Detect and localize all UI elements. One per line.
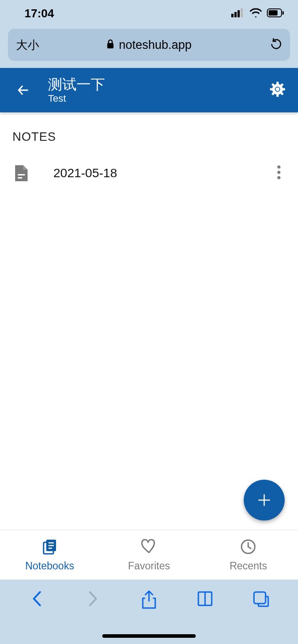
home-indicator[interactable] bbox=[102, 634, 196, 638]
svg-rect-21 bbox=[18, 177, 22, 179]
svg-rect-1 bbox=[234, 12, 237, 17]
battery-icon bbox=[267, 7, 285, 20]
svg-point-22 bbox=[278, 166, 281, 169]
header-titles: 测试一下 Test bbox=[48, 76, 105, 104]
svg-rect-27 bbox=[48, 542, 54, 544]
status-bar: 17:04 bbox=[0, 0, 298, 27]
browser-chrome: 大小 noteshub.app bbox=[0, 27, 298, 68]
browser-back-button[interactable] bbox=[26, 590, 48, 607]
nav-label: Favorites bbox=[128, 560, 170, 572]
nav-label: Notebooks bbox=[25, 560, 74, 572]
nav-favorites[interactable]: Favorites bbox=[99, 530, 198, 580]
url-display[interactable]: noteshub.app bbox=[106, 38, 192, 52]
plus-icon bbox=[257, 493, 271, 507]
svg-rect-6 bbox=[282, 11, 284, 15]
note-title: 2021-05-18 bbox=[53, 166, 272, 180]
nav-recents[interactable]: Recents bbox=[199, 530, 298, 580]
app-header: 测试一下 Test bbox=[0, 68, 298, 112]
wifi-icon bbox=[249, 7, 262, 20]
svg-point-23 bbox=[278, 171, 281, 174]
lock-icon bbox=[106, 38, 114, 52]
svg-point-19 bbox=[276, 87, 279, 91]
safari-toolbar bbox=[0, 580, 298, 644]
svg-point-24 bbox=[278, 176, 281, 179]
svg-rect-31 bbox=[254, 592, 266, 604]
svg-rect-0 bbox=[231, 14, 234, 17]
nav-label: Recents bbox=[230, 560, 267, 572]
status-indicators bbox=[231, 7, 285, 20]
clock-icon bbox=[239, 538, 257, 557]
tabs-button[interactable] bbox=[250, 590, 272, 608]
font-size-button[interactable]: 大小 bbox=[16, 37, 39, 53]
url-text: noteshub.app bbox=[119, 38, 192, 52]
back-button[interactable] bbox=[12, 83, 35, 98]
page-subtitle: Test bbox=[48, 93, 105, 104]
svg-rect-7 bbox=[107, 43, 113, 48]
svg-rect-2 bbox=[238, 10, 240, 17]
main-content: NOTES 2021-05-18 bbox=[0, 112, 298, 194]
section-header: NOTES bbox=[0, 130, 298, 153]
more-button[interactable] bbox=[272, 160, 286, 186]
svg-rect-29 bbox=[48, 548, 52, 549]
heart-icon bbox=[140, 538, 158, 557]
cellular-icon bbox=[231, 7, 245, 20]
page-title: 测试一下 bbox=[48, 76, 105, 93]
browser-forward-button[interactable] bbox=[82, 590, 104, 607]
nav-notebooks[interactable]: Notebooks bbox=[0, 530, 99, 580]
bottom-nav: Notebooks Favorites Recents bbox=[0, 530, 298, 580]
note-row[interactable]: 2021-05-18 bbox=[0, 153, 298, 194]
settings-button[interactable] bbox=[270, 81, 286, 99]
notebooks-icon bbox=[41, 538, 59, 557]
svg-rect-3 bbox=[241, 8, 243, 17]
svg-rect-28 bbox=[48, 545, 54, 546]
add-button[interactable] bbox=[244, 480, 285, 521]
url-bar[interactable]: 大小 noteshub.app bbox=[8, 29, 290, 61]
svg-rect-20 bbox=[18, 174, 25, 175]
share-button[interactable] bbox=[138, 590, 160, 610]
reload-button[interactable] bbox=[270, 37, 282, 52]
status-time: 17:04 bbox=[24, 7, 54, 20]
bookmarks-button[interactable] bbox=[194, 590, 216, 607]
document-icon bbox=[12, 164, 30, 182]
svg-rect-5 bbox=[269, 10, 278, 16]
